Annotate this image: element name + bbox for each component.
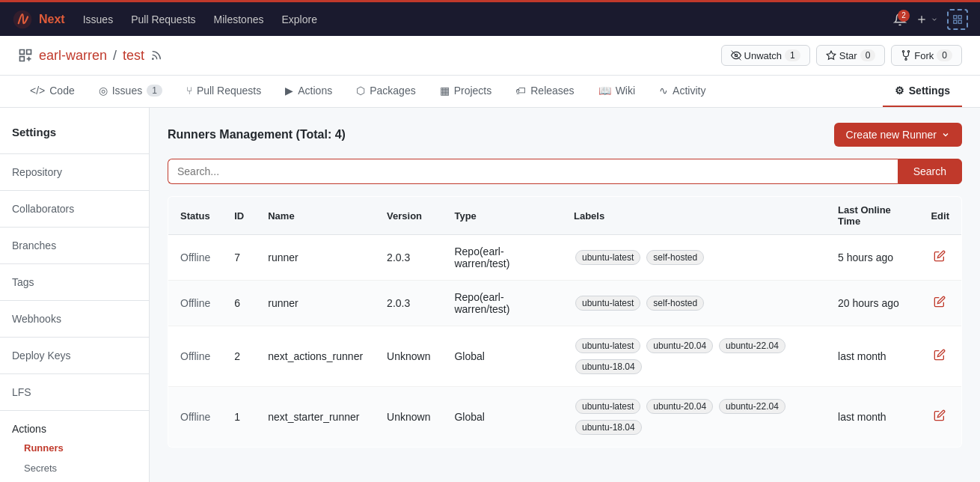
sidebar-item-branches[interactable]: Branches: [0, 234, 149, 257]
repo-sep: /: [113, 48, 117, 64]
cell-labels: ubuntu-latestself-hosted: [562, 235, 826, 281]
app-name: Next: [39, 13, 65, 26]
fork-label: Fork: [914, 50, 934, 61]
sidebar-item-repository[interactable]: Repository: [0, 160, 149, 184]
issues-badge: 1: [147, 85, 162, 97]
cell-version: Unknown: [375, 326, 442, 387]
top-nav-right: 2: [893, 9, 968, 30]
notifications-button[interactable]: 2: [893, 13, 907, 26]
cell-type: Global: [442, 387, 562, 448]
nav-pull-requests[interactable]: Pull Requests: [131, 10, 195, 28]
tab-wiki[interactable]: 📖 Wiki: [587, 76, 647, 107]
sidebar-item-runners[interactable]: Runners: [0, 438, 149, 458]
app-logo[interactable]: Next: [12, 9, 65, 30]
create-runner-label: Create new Runner: [846, 129, 937, 141]
sidebar-item-lfs[interactable]: LFS: [0, 380, 149, 404]
code-icon: </>: [30, 85, 45, 97]
tab-actions-label: Actions: [298, 85, 332, 97]
svg-rect-3: [954, 15, 957, 18]
cell-version: 2.0.3: [375, 281, 442, 326]
page-title: Runners Management (Total: 4): [168, 128, 346, 141]
releases-icon: 🏷: [515, 85, 526, 97]
nav-explore[interactable]: Explore: [281, 10, 316, 28]
table-row: Offline7runner2.0.3Repo(earl-warren/test…: [168, 235, 962, 281]
svg-point-7: [153, 58, 153, 59]
pr-icon: ⑂: [186, 85, 192, 97]
tab-actions[interactable]: ▶ Actions: [273, 76, 344, 107]
svg-rect-5: [954, 20, 957, 23]
nav-milestones[interactable]: Milestones: [214, 10, 264, 28]
nav-issues[interactable]: Issues: [83, 10, 113, 28]
tab-pull-requests[interactable]: ⑂ Pull Requests: [174, 76, 273, 107]
cell-name: next_starter_runner: [256, 387, 375, 448]
label-tag: ubuntu-latest: [575, 399, 640, 414]
fork-count: 0: [937, 49, 952, 61]
repo-name[interactable]: test: [123, 48, 144, 64]
label-tag: ubuntu-latest: [575, 296, 640, 311]
tab-projects-label: Projects: [454, 85, 492, 97]
content-header: Runners Management (Total: 4) Create new…: [168, 123, 962, 147]
edit-runner-button[interactable]: [931, 293, 949, 314]
tab-issues[interactable]: ◎ Issues 1: [87, 76, 174, 107]
label-tag: ubuntu-20.04: [646, 338, 713, 353]
repo-owner[interactable]: earl-warren: [39, 48, 107, 64]
sidebar-divider-1: [0, 190, 149, 191]
notification-badge: 2: [898, 10, 910, 22]
create-runner-button[interactable]: Create new Runner: [834, 123, 962, 147]
sidebar-item-deploy-keys[interactable]: Deploy Keys: [0, 344, 149, 367]
grid-button[interactable]: [947, 9, 968, 30]
fork-button[interactable]: Fork 0: [891, 45, 962, 66]
cell-id: 6: [222, 281, 256, 326]
search-button[interactable]: Search: [898, 159, 962, 184]
cell-last-online: last month: [826, 326, 919, 387]
col-labels: Labels: [562, 197, 826, 235]
cell-status: Offline: [168, 387, 223, 448]
cell-last-online: last month: [826, 387, 919, 448]
edit-runner-button[interactable]: [931, 406, 949, 427]
cell-id: 1: [222, 387, 256, 448]
sidebar-item-tags[interactable]: Tags: [0, 270, 149, 294]
edit-runner-button[interactable]: [931, 247, 949, 268]
sidebar-item-collaborators[interactable]: Collaborators: [0, 197, 149, 221]
tab-settings[interactable]: ⚙ Settings: [883, 76, 962, 107]
star-button[interactable]: Star 0: [816, 45, 886, 66]
plus-button[interactable]: [916, 13, 938, 25]
cell-type: Repo(earl-warren/test): [442, 235, 562, 281]
tab-releases[interactable]: 🏷 Releases: [503, 76, 586, 107]
tab-wiki-label: Wiki: [616, 85, 635, 97]
col-last-online: Last Online Time: [826, 197, 919, 235]
actions-icon: ▶: [285, 85, 293, 97]
main-layout: Settings Repository Collaborators Branch…: [0, 108, 980, 482]
cell-version: 2.0.3: [375, 235, 442, 281]
star-label: Star: [839, 50, 857, 61]
packages-icon: ⬡: [356, 85, 365, 97]
sidebar-item-webhooks[interactable]: Webhooks: [0, 307, 149, 331]
tab-settings-label: Settings: [909, 85, 950, 97]
tab-packages[interactable]: ⬡ Packages: [344, 76, 427, 107]
tab-code[interactable]: </> Code: [18, 76, 87, 107]
cell-edit: [919, 387, 961, 448]
edit-runner-button[interactable]: [931, 346, 949, 367]
cell-type: Global: [442, 326, 562, 387]
repo-actions: Unwatch 1 Star 0 Fork 0: [721, 45, 962, 66]
col-id: ID: [222, 197, 256, 235]
dropdown-chevron-icon: [941, 130, 950, 139]
tab-releases-label: Releases: [530, 85, 574, 97]
cell-name: runner: [256, 235, 375, 281]
tab-projects[interactable]: ▦ Projects: [428, 76, 504, 107]
col-version: Version: [375, 197, 442, 235]
tab-activity[interactable]: ∿ Activity: [647, 76, 717, 107]
label-tag: self-hosted: [646, 296, 704, 311]
col-type: Type: [442, 197, 562, 235]
svg-marker-10: [827, 51, 836, 59]
table-row: Offline1next_starter_runnerUnknownGlobal…: [168, 387, 962, 448]
label-tag: self-hosted: [646, 250, 704, 265]
unwatch-count: 1: [785, 49, 800, 61]
repo-title: earl-warren / test: [18, 48, 162, 64]
svg-point-13: [905, 58, 907, 60]
wiki-icon: 📖: [598, 85, 611, 97]
sidebar-item-secrets[interactable]: Secrets: [0, 458, 149, 478]
search-input[interactable]: [168, 159, 898, 184]
unwatch-button[interactable]: Unwatch 1: [721, 45, 810, 66]
sidebar-divider-6: [0, 373, 149, 374]
